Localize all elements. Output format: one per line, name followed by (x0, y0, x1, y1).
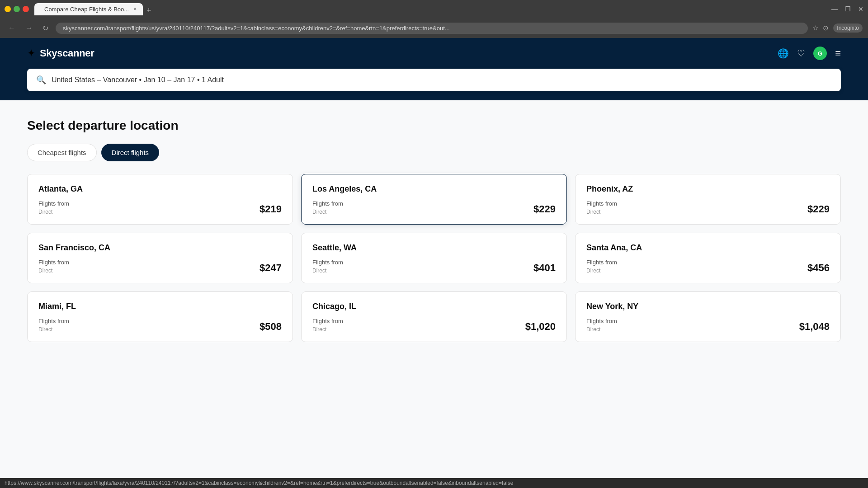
direct-label: Direct (38, 267, 69, 274)
active-tab[interactable]: Compare Cheap Flights & Boo... × (34, 3, 143, 15)
site-header: ✦ Skyscanner 🌐 ♡ G ≡ (0, 38, 868, 69)
flights-from-label: Flights from (586, 200, 617, 207)
window-minimize-btn[interactable]: — (831, 5, 838, 13)
flight-card-phoenix[interactable]: Phoenix, AZ Flights from Direct $229 (575, 174, 841, 225)
card-bottom: Flights from Direct $219 (38, 200, 282, 215)
card-info: Flights from Direct (586, 259, 617, 274)
card-price: $247 (259, 262, 282, 274)
filter-tabs: Cheapest flights Direct flights (27, 144, 841, 161)
card-price: $229 (807, 203, 830, 215)
browser-title-bar: Compare Cheap Flights & Boo... × + — ❐ ✕ (0, 0, 868, 18)
city-name: Miami, FL (38, 302, 282, 311)
main-content: Select departure location Cheapest fligh… (0, 100, 868, 488)
avatar-button[interactable]: G (813, 47, 827, 60)
card-info: Flights from Direct (312, 259, 343, 274)
direct-label: Direct (312, 267, 343, 274)
forward-button[interactable]: → (23, 22, 35, 34)
direct-label: Direct (312, 326, 343, 333)
card-bottom: Flights from Direct $247 (38, 259, 282, 274)
window-close-btn[interactable]: ✕ (858, 5, 863, 13)
bookmark-icon[interactable]: ☆ (812, 24, 818, 32)
flight-card-new-york[interactable]: New York, NY Flights from Direct $1,048 (575, 291, 841, 342)
status-bar: https://www.skyscanner.com/transport/fli… (0, 478, 868, 488)
status-url: https://www.skyscanner.com/transport/fli… (5, 480, 513, 486)
browser-chrome: Compare Cheap Flights & Boo... × + — ❐ ✕… (0, 0, 868, 38)
incognito-badge: Incognito (833, 23, 863, 33)
card-bottom: Flights from Direct $401 (312, 259, 556, 274)
new-tab-button[interactable]: + (144, 6, 154, 15)
flight-card-miami[interactable]: Miami, FL Flights from Direct $508 (27, 291, 293, 342)
search-icon: 🔍 (36, 75, 46, 85)
flight-card-chicago[interactable]: Chicago, IL Flights from Direct $1,020 (301, 291, 567, 342)
card-price: $229 (533, 203, 556, 215)
city-name: Phoenix, AZ (586, 184, 830, 194)
card-info: Flights from Direct (586, 200, 617, 215)
card-info: Flights from Direct (312, 200, 343, 215)
logo-area: ✦ Skyscanner (27, 47, 778, 59)
flights-from-label: Flights from (586, 318, 617, 324)
direct-flights-tab[interactable]: Direct flights (101, 144, 160, 161)
address-input[interactable] (56, 23, 808, 34)
refresh-button[interactable]: ↻ (40, 22, 51, 34)
flight-card-san-francisco[interactable]: San Francisco, CA Flights from Direct $2… (27, 233, 293, 283)
logo-text: Skyscanner (40, 47, 94, 59)
direct-label: Direct (38, 326, 69, 333)
card-bottom: Flights from Direct $1,020 (312, 318, 556, 333)
window-restore-btn[interactable]: ❐ (845, 5, 851, 13)
search-bar[interactable]: 🔍 United States – Vancouver • Jan 10 – J… (27, 69, 841, 91)
direct-label: Direct (586, 209, 617, 215)
card-bottom: Flights from Direct $508 (38, 318, 282, 333)
logo-icon: ✦ (27, 47, 35, 59)
menu-button[interactable]: ≡ (835, 47, 841, 59)
city-name: Santa Ana, CA (586, 243, 830, 253)
card-price: $456 (807, 262, 830, 274)
city-name: Chicago, IL (312, 302, 556, 311)
flight-card-santa-ana[interactable]: Santa Ana, CA Flights from Direct $456 (575, 233, 841, 283)
city-name: Atlanta, GA (38, 184, 282, 194)
city-name: New York, NY (586, 302, 830, 311)
window-controls-right: — ❐ ✕ (831, 5, 863, 13)
direct-label: Direct (38, 209, 69, 215)
card-price: $1,020 (525, 321, 556, 333)
profile-icon[interactable]: ⊙ (823, 24, 829, 32)
flight-card-atlanta[interactable]: Atlanta, GA Flights from Direct $219 (27, 174, 293, 225)
flights-from-label: Flights from (312, 318, 343, 324)
card-info: Flights from Direct (586, 318, 617, 333)
city-name: San Francisco, CA (38, 243, 282, 253)
card-price: $508 (259, 321, 282, 333)
flight-card-seattle[interactable]: Seattle, WA Flights from Direct $401 (301, 233, 567, 283)
flights-from-label: Flights from (38, 318, 69, 324)
page-title: Select departure location (27, 118, 841, 133)
flight-card-los-angeles[interactable]: Los Angeles, CA Flights from Direct $229 (301, 174, 567, 225)
card-bottom: Flights from Direct $456 (586, 259, 830, 274)
card-bottom: Flights from Direct $229 (586, 200, 830, 215)
close-button[interactable] (23, 6, 29, 12)
tab-close-button[interactable]: × (132, 6, 137, 12)
card-bottom: Flights from Direct $1,048 (586, 318, 830, 333)
direct-label: Direct (586, 267, 617, 274)
card-price: $401 (533, 262, 556, 274)
window-controls (5, 6, 29, 12)
card-info: Flights from Direct (38, 259, 69, 274)
back-button[interactable]: ← (5, 22, 18, 34)
card-price: $1,048 (799, 321, 830, 333)
card-bottom: Flights from Direct $229 (312, 200, 556, 215)
address-bar-row: ← → ↻ ☆ ⊙ Incognito (0, 18, 868, 38)
minimize-button[interactable] (5, 6, 11, 12)
city-name: Los Angeles, CA (312, 184, 556, 194)
city-name: Seattle, WA (312, 243, 556, 253)
search-text: United States – Vancouver • Jan 10 – Jan… (52, 76, 224, 84)
cheapest-flights-tab[interactable]: Cheapest flights (27, 144, 97, 161)
flights-from-label: Flights from (38, 200, 69, 207)
flights-from-label: Flights from (312, 200, 343, 207)
direct-label: Direct (586, 326, 617, 333)
header-actions: 🌐 ♡ G ≡ (778, 47, 841, 60)
heart-icon-button[interactable]: ♡ (797, 48, 805, 59)
direct-label: Direct (312, 209, 343, 215)
card-info: Flights from Direct (38, 200, 69, 215)
search-section: 🔍 United States – Vancouver • Jan 10 – J… (0, 69, 868, 100)
globe-icon-button[interactable]: 🌐 (778, 48, 789, 59)
maximize-button[interactable] (14, 6, 20, 12)
flights-from-label: Flights from (586, 259, 617, 266)
tab-bar: Compare Cheap Flights & Boo... × + (34, 3, 828, 15)
